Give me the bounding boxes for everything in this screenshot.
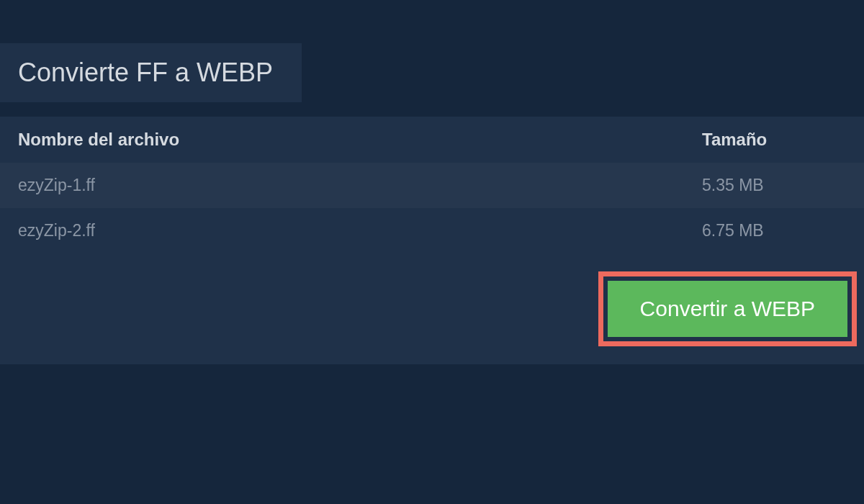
cell-size: 5.35 MB xyxy=(702,176,846,195)
cell-filename: ezyZip-2.ff xyxy=(18,221,702,240)
column-header-size: Tamaño xyxy=(702,130,846,150)
convert-button[interactable]: Convertir a WEBP xyxy=(608,281,847,337)
cell-filename: ezyZip-1.ff xyxy=(18,176,702,195)
button-container: Convertir a WEBP xyxy=(0,253,864,364)
page-title: Convierte FF a WEBP xyxy=(18,58,273,88)
table-header: Nombre del archivo Tamaño xyxy=(0,117,864,163)
cell-size: 6.75 MB xyxy=(702,221,846,240)
main-container: Convierte FF a WEBP Nombre del archivo T… xyxy=(0,0,864,364)
convert-button-highlight: Convertir a WEBP xyxy=(598,271,857,346)
column-header-filename: Nombre del archivo xyxy=(18,130,702,150)
table-row: ezyZip-2.ff 6.75 MB xyxy=(0,208,864,253)
table-row: ezyZip-1.ff 5.35 MB xyxy=(0,163,864,208)
content-panel: Nombre del archivo Tamaño ezyZip-1.ff 5.… xyxy=(0,117,864,364)
page-tab: Convierte FF a WEBP xyxy=(0,43,302,102)
